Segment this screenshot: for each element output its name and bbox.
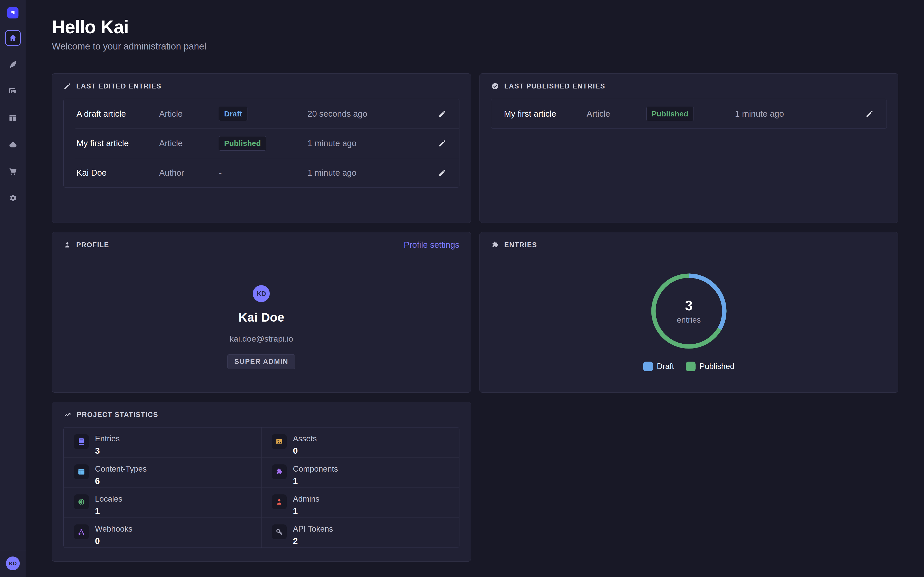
check-circle-icon [491, 82, 499, 90]
stat-tile [272, 434, 287, 449]
card-header: PROJECT STATISTICS [63, 409, 459, 420]
stat-text: Admins 1 [293, 495, 319, 516]
entry-type: Article [159, 139, 219, 148]
status-badge: Published [646, 107, 694, 121]
entry-type: Article [159, 109, 219, 119]
card-title: PROJECT STATISTICS [77, 411, 158, 419]
last-published-entries-card: LAST PUBLISHED ENTRIES My first article … [480, 73, 898, 223]
table-row[interactable]: A draft article Article Draft 20 seconds… [64, 99, 459, 129]
page-subtitle: Welcome to your administration panel [52, 41, 898, 52]
entries-donut-chart: 3 entries [649, 271, 729, 351]
last-edited-entries-card: LAST EDITED ENTRIES A draft article Arti… [52, 73, 471, 223]
entry-time: 1 minute ago [307, 139, 433, 148]
entry-title: My first article [76, 139, 159, 148]
stat-text: Locales 1 [95, 495, 123, 516]
stat-api-tokens: API Tokens 2 [261, 517, 459, 548]
card-header: LAST PUBLISHED ENTRIES [491, 81, 887, 92]
stats-grid: Entries 3 Assets 0 Content-Types 6 [63, 427, 459, 548]
role-badge: SUPER ADMIN [228, 355, 295, 369]
cart-icon [8, 167, 18, 176]
user-initials: KD [9, 560, 17, 566]
entry-time: 1 minute ago [307, 168, 433, 178]
profile-settings-link[interactable]: Profile settings [404, 240, 459, 250]
status-cell: Published [646, 107, 735, 121]
strapi-logo-icon [9, 9, 17, 17]
stat-value: 6 [95, 476, 147, 486]
strapi-logo[interactable] [7, 7, 18, 18]
trending-up-icon [63, 411, 72, 419]
avatar: KD [253, 285, 270, 302]
sidebar-item-marketplace[interactable] [5, 163, 21, 179]
card-title: ENTRIES [504, 241, 537, 249]
stat-admins: Admins 1 [261, 487, 459, 517]
sidebar-item-deploy[interactable] [5, 137, 21, 153]
table-row[interactable]: Kai Doe Author - 1 minute ago [64, 158, 459, 187]
chart-legend: Draft Published [491, 362, 887, 371]
home-icon [8, 34, 17, 42]
sidebar-nav [5, 30, 21, 206]
card-title: LAST PUBLISHED ENTRIES [504, 82, 606, 90]
dashboard-grid: LAST EDITED ENTRIES A draft article Arti… [52, 73, 898, 562]
stat-label: Admins [293, 495, 319, 504]
stat-value: 0 [95, 536, 132, 546]
table-row[interactable]: My first article Article Published 1 min… [491, 99, 887, 129]
project-statistics-card: PROJECT STATISTICS Entries 3 Assets 0 [52, 402, 471, 562]
entries-table: A draft article Article Draft 20 seconds… [63, 99, 459, 188]
stat-text: Components 1 [293, 464, 338, 486]
card-header: LAST EDITED ENTRIES [63, 81, 459, 92]
entry-title: A draft article [76, 109, 159, 119]
entry-time: 1 minute ago [735, 109, 861, 119]
stat-text: Content-Types 6 [95, 464, 147, 486]
locales-icon [77, 498, 86, 506]
entries-icon [77, 437, 86, 446]
person-icon [63, 241, 71, 249]
status-badge: Draft [219, 107, 247, 121]
stat-value: 1 [95, 506, 123, 516]
stat-tile [74, 524, 89, 539]
sidebar-item-settings[interactable] [5, 190, 21, 206]
assets-icon [275, 437, 283, 446]
edit-button[interactable] [861, 110, 874, 118]
status-cell: Draft [219, 107, 307, 121]
card-header-left: PROFILE [63, 241, 109, 249]
sidebar-item-content-type-builder[interactable] [5, 110, 21, 126]
table-row[interactable]: My first article Article Published 1 min… [64, 129, 459, 158]
gear-icon [8, 193, 18, 203]
profile-email: kai.doe@strapi.io [229, 334, 293, 343]
stat-entries: Entries 3 [64, 427, 261, 458]
stat-label: Assets [293, 434, 317, 443]
components-icon [275, 468, 283, 476]
edit-button[interactable] [433, 169, 446, 177]
entry-title: My first article [504, 109, 587, 119]
entries-table: My first article Article Published 1 min… [491, 99, 887, 129]
sidebar-item-content-manager[interactable] [5, 57, 21, 73]
sidebar-item-media-library[interactable] [5, 83, 21, 99]
stat-webhooks: Webhooks 0 [64, 517, 261, 548]
stat-tile [272, 524, 287, 539]
logo-section [0, 0, 26, 26]
edit-button[interactable] [433, 110, 446, 118]
sidebar-item-home[interactable] [5, 30, 21, 46]
stat-components: Components 1 [261, 458, 459, 487]
user-avatar[interactable]: KD [6, 556, 20, 571]
feather-icon [8, 60, 18, 69]
status-cell: - [219, 165, 307, 181]
legend-label: Published [699, 362, 734, 371]
entry-title: Kai Doe [76, 168, 159, 178]
stat-tile [74, 464, 89, 479]
entries-total: 3 [685, 298, 693, 313]
profile-name: Kai Doe [238, 310, 284, 324]
status-cell: Published [219, 136, 307, 150]
entry-time: 20 seconds ago [307, 109, 433, 119]
edit-button[interactable] [433, 139, 446, 147]
main-content: Hello Kai Welcome to your administration… [26, 0, 924, 562]
stat-label: Content-Types [95, 464, 147, 474]
avatar-initials: KD [257, 290, 266, 298]
entry-type: Article [587, 109, 646, 119]
entries-chart-card: ENTRIES 3 entries Draft [480, 232, 898, 393]
puzzle-icon [491, 241, 499, 249]
status-badge: Published [219, 136, 266, 150]
pencil-icon [63, 82, 71, 90]
published-swatch [686, 362, 696, 371]
sidebar: KD [0, 0, 26, 577]
